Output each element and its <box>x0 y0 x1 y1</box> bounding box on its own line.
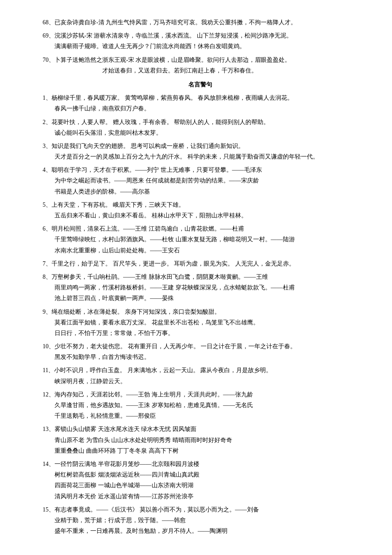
item-text: 盛年不重来，一日难再晨。及时当勉励，岁月不待人。——陶渊明 <box>43 526 358 536</box>
item-text: 4、聪明在于学习，天才在于积累。——列宁 世上无难事，只要可登攀。——毛泽东 <box>43 165 358 175</box>
item-text: 8、万壑树参天，千山响杜鹃。——王维 脉脉水田飞白鹭，阴阴夏木啭黄鹂。——王维 <box>43 272 358 282</box>
item-text: 6、明月松间照，清泉石上流。——王维 江碧鸟逾白，山青花欲燃。——杜甫 <box>43 223 358 234</box>
item-text: 水南水北重重柳，山后山前处处梅。——王安石 <box>43 245 358 256</box>
list-item: 13、雾锁山头山锁雾 天连水尾水连天 绿水本无忧 因风皱面青山原不老 为雪白头 … <box>43 424 358 456</box>
item-text: 10、少壮不努力，老大徒伤悲。 花有重开日，人无再少年。 一日之计在于晨，一年之… <box>43 341 358 352</box>
item-text: 峡深明月夜，江静碧云天。 <box>43 376 358 387</box>
item-text: 千里送鹅毛，礼轻情意重。——邢俊臣 <box>43 410 358 421</box>
item-text: 黑发不知勤学早，白首方悔读书迟。 <box>43 352 358 362</box>
item-text: 春风一拂千山绿，南燕双归万户春。 <box>43 103 358 114</box>
list-item: 2、花要叶扶，人要人帮。 赠人玫瑰，手有余香。 帮助别人的人，能得到别人的帮助。… <box>43 117 358 138</box>
item-text: 莫看江面平如镜，要看水底万丈深。 花盆里长不出苍松，鸟笼里飞不出雄鹰。 <box>43 317 358 328</box>
list-item: 11、小时不识月，呼作白玉盘。 月来满地水，云起一天山。 露从今夜白，月是故乡明… <box>43 365 358 386</box>
item-text: 5、上有天堂，下有苏杭。 峨眉天下秀，三峡天下雄。 <box>43 199 358 210</box>
item-text: 满满蕲雨子规啼。谁道人生无再少？门前流水尚能西！休将白发唱黄鸡。 <box>43 41 358 52</box>
item-text: 雨里鸡鸣一两家，竹溪村路板桥斜。——王建 穿花蛱蝶深深见，点水蜻蜓款款飞。——杜… <box>43 282 358 293</box>
item-text: 久旱逢甘雨，他乡遇故知。——王洙 岁寒知松柏，患难见真情。——无名氏 <box>43 400 358 410</box>
item-text: 70、卜算子送鲍浩然之浙东王观-宋 水是眼波横，山是眉峰聚。欲问行人去那边，眉眼… <box>43 55 358 65</box>
item-text: 9、绳在细处断，冰在薄处裂。 亲身下河知深浅，亲口尝梨知酸甜。 <box>43 306 358 317</box>
list-item: 14、一径竹阴云满地 半帘花影月笼纱——北京颐和园月波楼树红树碧高低影 烟淡烟浓… <box>43 459 358 502</box>
item-text: 书籍是人类进步的阶梯。——高尔基 <box>43 186 358 197</box>
list-item: 5、上有天堂，下有苏杭。 峨眉天下秀，三峡天下雄。五岳归来不看山，黄山归来不看岳… <box>43 199 358 221</box>
item-text: 3、知识是我们飞向天空的翅膀。 思考可以构成一座桥，让我们通向新知识。 <box>43 141 358 151</box>
item-text: 四面荷花三面柳 一城山色半城湖——山东济南大明湖 <box>43 480 358 491</box>
item-text: 青山原不老 为雪白头 山山水水处处明明秀秀 晴晴雨雨时时好好奇奇 <box>43 435 358 445</box>
item-text: 重重叠叠山 曲曲环环路 丁丁冬冬泉 高高下下树 <box>43 445 358 456</box>
item-text: 为中华之崛起而读书。——周恩来 任何成就都是刻苦劳动的结果。——宋庆龄 <box>43 175 358 186</box>
list-item: 4、聪明在于学习，天才在于积累。——列宁 世上无难事，只要可登攀。——毛泽东为中… <box>43 165 358 197</box>
item-text: 15、有志者事竟成。——《后汉书》 莫以善小而不为，莫以恶小而为之。——刘备 <box>43 504 358 515</box>
item-text: 日日行，不怕千万里；常常做，不怕千万事。 <box>43 328 358 338</box>
list-item: 3、知识是我们飞向天空的翅膀。 思考可以构成一座桥，让我们通向新知识。天才是百分… <box>43 141 358 162</box>
item-text: 1、杨柳绿千里，春风暖万家。 黄莺鸣翠柳，紫燕剪春风。 春风放胆来梳柳，夜雨瞒人… <box>43 92 358 103</box>
item-text: 13、雾锁山头山锁雾 天连水尾水连天 绿水本无忧 因风皱面 <box>43 424 358 434</box>
item-text: 树红树碧高低影 烟淡烟浓远近秋——四川青城山真武殿 <box>43 469 358 480</box>
item-text: 五岳归来不看山，黄山归来不看岳。 桂林山水甲天下，阳朔山水甲桂林。 <box>43 210 358 221</box>
item-text: 7、千里之行，始于足下。 百尺竿头，更进一步。 耳听为虚，眼见为实。 人无完人，… <box>43 258 358 269</box>
item-text: 12、海内存知己，天涯若比邻。——王勃 海上生明月，天涯共此时。——张九龄 <box>43 389 358 400</box>
item-text: 69、浣溪沙苏轼-宋 游蕲水清泉寺，寺临兰溪，溪水西流。 山下兰芽短浸溪，松间沙… <box>43 30 358 41</box>
list-item: 69、浣溪沙苏轼-宋 游蕲水清泉寺，寺临兰溪，溪水西流。 山下兰芽短浸溪，松间沙… <box>43 30 358 52</box>
list-item: 68、已亥杂诗龚自珍-清 九州生气恃风雷，万马齐喑究可哀。我劝天公重抖擞，不拘一… <box>43 17 358 28</box>
item-text: 11、小时不识月，呼作白玉盘。 月来满地水，云起一天山。 露从今夜白，月是故乡明… <box>43 365 358 376</box>
item-text: 诚心能叫石头落泪，实意能叫枯木发芽。 <box>43 127 358 138</box>
list-item: 15、有志者事竟成。——《后汉书》 莫以善小而不为，莫以恶小而为之。——刘备业精… <box>43 504 358 537</box>
item-text: 2、花要叶扶，人要人帮。 赠人玫瑰，手有余香。 帮助别人的人，能得到别人的帮助。 <box>43 117 358 127</box>
item-text: 14、一径竹阴云满地 半帘花影月笼纱——北京颐和园月波楼 <box>43 459 358 469</box>
item-text: 68、已亥杂诗龚自珍-清 九州生气恃风雷，万马齐喑究可哀。我劝天公重抖擞，不拘一… <box>43 17 358 28</box>
item-text: 名言警句 <box>43 79 358 90</box>
list-item: 名言警句 <box>43 79 358 90</box>
item-text: 业精于勤，荒于嬉；行成于思，毁于随。——韩愈 <box>43 515 358 526</box>
list-item: 6、明月松间照，清泉石上流。——王维 江碧鸟逾白，山青花欲燃。——杜甫千里莺啼绿… <box>43 223 358 256</box>
main-content: 68、已亥杂诗龚自珍-清 九州生气恃风雷，万马齐喑究可哀。我劝天公重抖擞，不拘一… <box>43 17 358 536</box>
list-item: 70、卜算子送鲍浩然之浙东王观-宋 水是眼波横，山是眉峰聚。欲问行人去那边，眉眼… <box>43 55 358 76</box>
list-item: 9、绳在细处断，冰在薄处裂。 亲身下河知深浅，亲口尝梨知酸甜。莫看江面平如镜，要… <box>43 306 358 339</box>
item-text: 天才是百分之一的灵感加上百分之九十九的汗水。 科学的未来，只能属于勤奋而又谦虚的… <box>43 151 358 162</box>
item-text: 池上碧苔三四点，叶底黄鹂一两声。——晏殊 <box>43 293 358 304</box>
item-text: 清风明月本无价 近水遥山皆有情——江苏苏州沧浪亭 <box>43 491 358 502</box>
item-text: 才始送春归，又送君归去。若到江南赶上春，千万和春住。 <box>43 65 358 76</box>
list-item: 10、少壮不努力，老大徒伤悲。 花有重开日，人无再少年。 一日之计在于晨，一年之… <box>43 341 358 362</box>
list-item: 7、千里之行，始于足下。 百尺竿头，更进一步。 耳听为虚，眼见为实。 人无完人，… <box>43 258 358 269</box>
item-text: 千里莺啼绿映红，水村山郭酒旗风。——杜牧 山重水复疑无路，柳暗花明又一村。——陆… <box>43 234 358 245</box>
list-item: 1、杨柳绿千里，春风暖万家。 黄莺鸣翠柳，紫燕剪春风。 春风放胆来梳柳，夜雨瞒人… <box>43 92 358 114</box>
list-item: 8、万壑树参天，千山响杜鹃。——王维 脉脉水田飞白鹭，阴阴夏木啭黄鹂。——王维雨… <box>43 272 358 304</box>
list-item: 12、海内存知己，天涯若比邻。——王勃 海上生明月，天涯共此时。——张九龄久旱逢… <box>43 389 358 422</box>
